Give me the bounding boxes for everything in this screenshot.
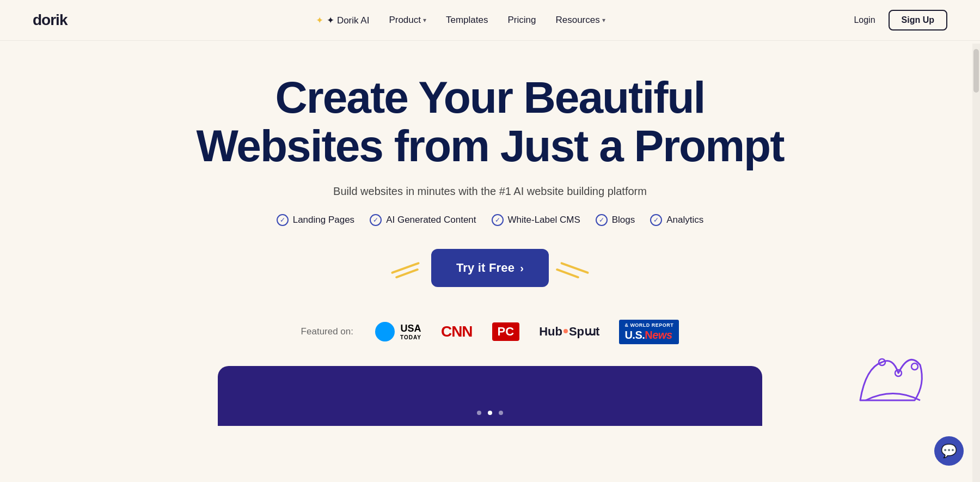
scrollbar[interactable]: [972, 44, 980, 482]
chat-icon: 💬: [941, 443, 957, 459]
nav-resources-label: Resources: [555, 15, 599, 26]
us-news-logo: & WORLD REPORT U.S.News: [619, 320, 679, 344]
nav-templates-label: Templates: [446, 15, 488, 26]
chevron-down-icon: ▾: [423, 16, 426, 24]
nav-center: ✦ ✦ Dorik AI Product ▾ Templates Pricing…: [316, 15, 605, 26]
squiggle-right-decoration: [560, 267, 590, 274]
squiggle-left-decoration: [390, 267, 420, 274]
nav-item-dorik-ai[interactable]: ✦ ✦ Dorik AI: [316, 15, 369, 26]
nav-pricing-label: Pricing: [507, 15, 536, 26]
check-icon-4: ✓: [596, 214, 608, 226]
nav-product-label: Product: [389, 15, 421, 26]
nav-ai-label: ✦ Dorik AI: [327, 15, 369, 26]
check-icon-3: ✓: [492, 214, 504, 226]
banner-dot-1: [477, 411, 481, 415]
chat-bubble-button[interactable]: 💬: [934, 436, 964, 466]
nav-right: Login Sign Up: [854, 10, 947, 30]
hubspot-dot-icon: [564, 329, 568, 333]
try-it-free-button[interactable]: Try it Free ›: [431, 249, 549, 287]
cta-section: Try it Free ›: [390, 249, 590, 287]
purple-banner: [218, 366, 762, 426]
nav-item-resources[interactable]: Resources ▾: [555, 15, 605, 26]
hubspot-logo: HubSpɯt: [539, 325, 599, 339]
nav-item-product[interactable]: Product ▾: [389, 15, 426, 26]
featured-logos: USATODAY CNN PC HubSpɯt & WORLD REPORT U…: [375, 320, 679, 344]
scrollbar-thumb: [973, 49, 979, 93]
usa-today-dot: [375, 322, 395, 341]
cta-button-label: Try it Free: [456, 261, 514, 275]
badge-blogs: ✓ Blogs: [596, 214, 635, 226]
badge-analytics: ✓ Analytics: [650, 214, 703, 226]
cnn-logo: CNN: [441, 323, 473, 340]
usnews-top-text: & WORLD REPORT: [624, 322, 673, 328]
signup-button[interactable]: Sign Up: [889, 10, 947, 30]
hero-title-line1: Create Your Beautiful: [275, 72, 705, 122]
banner-peek: [0, 366, 980, 426]
squiggle-line-4: [556, 269, 580, 279]
feature-badges: ✓ Landing Pages ✓ AI Generated Content ✓…: [277, 214, 704, 226]
banner-dots: [477, 411, 503, 415]
chevron-down-icon-2: ▾: [602, 16, 605, 24]
hero-title: Create Your Beautiful Websites from Just…: [196, 74, 783, 170]
nav-item-pricing[interactable]: Pricing: [507, 15, 536, 26]
badge-whitelabel: ✓ White-Label CMS: [492, 214, 580, 226]
badge-label-5: Analytics: [666, 215, 703, 225]
badge-label-1: Landing Pages: [293, 215, 354, 225]
pc-magazine-logo: PC: [492, 322, 520, 341]
hero-section: Create Your Beautiful Websites from Just…: [0, 41, 980, 361]
usnews-main-text: U.S.News: [624, 328, 672, 341]
banner-dot-3: [499, 411, 503, 415]
ai-star-icon: ✦: [316, 15, 323, 26]
nav-item-templates[interactable]: Templates: [446, 15, 488, 26]
logo[interactable]: dorik: [33, 11, 67, 29]
check-icon-5: ✓: [650, 214, 662, 226]
banner-dot-2: [488, 411, 492, 415]
check-icon-1: ✓: [277, 214, 289, 226]
usa-today-text: USATODAY: [400, 324, 421, 340]
hero-subtitle: Build websites in minutes with the #1 AI…: [333, 185, 647, 198]
arrow-right-icon: ›: [520, 262, 524, 274]
badge-landing-pages: ✓ Landing Pages: [277, 214, 354, 226]
badge-label-2: AI Generated Content: [386, 215, 476, 225]
featured-section: Featured on: USATODAY CNN PC HubSpɯt & W…: [279, 314, 701, 361]
navbar: dorik ✦ ✦ Dorik AI Product ▾ Templates P…: [0, 0, 980, 41]
logo-text: dorik: [33, 11, 67, 29]
badge-label-3: White-Label CMS: [508, 215, 580, 225]
badge-ai-content: ✓ AI Generated Content: [370, 214, 476, 226]
check-icon-2: ✓: [370, 214, 382, 226]
usa-today-logo: USATODAY: [375, 322, 421, 341]
featured-label: Featured on:: [301, 326, 353, 337]
badge-label-4: Blogs: [612, 215, 635, 225]
login-button[interactable]: Login: [854, 15, 875, 25]
hero-title-line2: Websites from Just a Prompt: [196, 121, 783, 170]
